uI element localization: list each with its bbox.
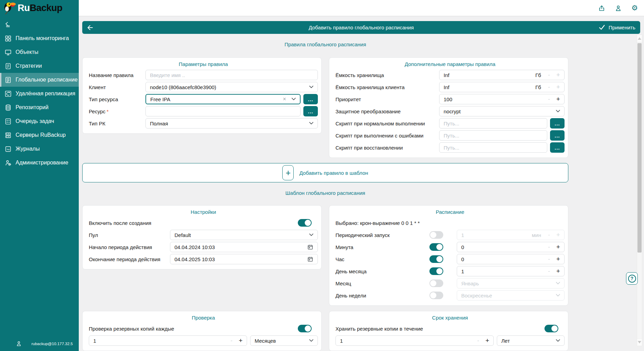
client-capacity-stepper[interactable]: Inf Гб - + <box>439 82 565 92</box>
verify-unit-select[interactable]: Месяцев <box>250 335 318 346</box>
decrement-button[interactable]: - <box>548 72 550 78</box>
calendar-icon[interactable] <box>307 244 313 250</box>
add-rule-to-template-button[interactable]: + Добавить правило в шаблон <box>82 163 568 182</box>
script-err-input[interactable] <box>439 130 547 141</box>
sidebar: RuBackup Панель мониторинга Объекты Стра… <box>0 0 79 351</box>
chevron-down-icon <box>309 86 313 88</box>
decrement-button[interactable]: - <box>548 256 550 263</box>
dashboard-icon <box>4 35 12 42</box>
resource-browse-button[interactable]: ... <box>303 106 318 116</box>
client-capacity-label: Ёмкость хранилища клиента <box>335 84 439 90</box>
user-session[interactable]: rubackup@10.177.32.5 <box>0 336 79 351</box>
account-icon[interactable] <box>614 4 622 12</box>
increment-button[interactable]: + <box>556 243 560 251</box>
day-of-month-toggle[interactable] <box>429 267 443 275</box>
increment-button[interactable]: + <box>556 95 560 103</box>
retention-interval-stepper[interactable]: 1 - + <box>335 335 494 346</box>
resource-type-combobox[interactable]: Free IPA × <box>145 94 301 104</box>
minute-label: Минута <box>335 244 429 250</box>
schedule-panel: Расписание Выбрано: крон-выражение 0 0 1… <box>329 205 568 306</box>
sidebar-item-label: Объекты <box>16 49 38 55</box>
template-section-heading: Шаблон глобального расписания <box>82 190 568 197</box>
increment-button[interactable]: + <box>556 267 560 275</box>
month-toggle[interactable] <box>429 279 443 287</box>
script-restore-input[interactable] <box>439 142 547 153</box>
resource-input[interactable] <box>145 106 301 116</box>
periodic-run-toggle[interactable] <box>429 231 443 239</box>
verify-title: Проверка <box>89 315 318 322</box>
topbar: ⚙ <box>79 0 644 16</box>
resource-type-browse-button[interactable]: ... <box>303 94 318 104</box>
capacity-label: Ёмкость хранилища <box>335 72 439 78</box>
pool-select[interactable]: Default <box>170 230 318 240</box>
sidebar-item-schedule[interactable]: Глобальное расписание <box>0 73 79 87</box>
weekday-toggle[interactable] <box>429 292 443 299</box>
increment-button[interactable]: + <box>239 337 243 344</box>
extra-params-title: Дополнительные параметры правила <box>335 61 565 68</box>
period-end-datetime[interactable]: 04.04.2025 10:03 <box>170 254 318 264</box>
increment-button[interactable]: + <box>556 71 560 79</box>
logo[interactable]: RuBackup <box>0 0 79 16</box>
increment-button[interactable]: + <box>485 337 489 344</box>
script-ok-browse-button[interactable]: ... <box>550 118 565 129</box>
retention-unit-select[interactable]: Лет <box>497 335 565 346</box>
upload-icon[interactable] <box>598 4 605 12</box>
sidebar-item-monitoring[interactable]: Панель мониторинга <box>0 31 79 45</box>
retention-title: Срок хранения <box>335 315 565 322</box>
calendar-icon[interactable] <box>307 256 313 262</box>
clear-selection-icon[interactable]: × <box>283 96 286 102</box>
vertical-scrollbar[interactable] <box>637 35 642 346</box>
period-start-datetime[interactable]: 04.04.2024 10:03 <box>170 242 318 252</box>
database-icon <box>4 104 12 111</box>
increment-button[interactable]: + <box>556 255 560 263</box>
settings-title: Настройки <box>89 209 318 216</box>
scroll-up-button[interactable] <box>637 35 642 42</box>
day-of-month-stepper[interactable]: 1 - + <box>457 266 565 276</box>
decrement-button[interactable]: - <box>548 96 550 103</box>
decrement-button[interactable]: - <box>548 84 550 91</box>
sidebar-item-strategies[interactable]: Стратегии <box>0 59 79 73</box>
day-of-month-label: День месяца <box>335 268 429 274</box>
gear-icon[interactable]: ⚙ <box>631 4 638 12</box>
hour-toggle[interactable] <box>429 255 443 263</box>
minute-stepper[interactable]: 0 - + <box>457 242 565 252</box>
verify-interval-stepper[interactable]: 1 - + <box>89 335 247 346</box>
decrement-button: - <box>548 231 550 238</box>
script-err-browse-button[interactable]: ... <box>550 130 565 141</box>
verify-toggle[interactable] <box>298 325 312 332</box>
rule-name-input[interactable] <box>145 70 318 80</box>
decrement-button[interactable]: - <box>548 268 550 275</box>
priority-stepper[interactable]: 100 - + <box>439 94 565 104</box>
retention-panel: Срок хранения Хранить резервные копии в … <box>329 311 568 351</box>
script-restore-browse-button[interactable]: ... <box>550 142 565 153</box>
backup-type-select[interactable]: Полная <box>145 118 318 129</box>
enable-after-create-toggle[interactable] <box>298 219 312 227</box>
crypto-select[interactable]: nocrypt <box>439 106 565 116</box>
task-queue-icon <box>4 118 12 125</box>
sidebar-item-objects[interactable]: Объекты <box>0 45 79 59</box>
apply-button[interactable]: Применить <box>599 24 635 31</box>
capacity-stepper[interactable]: Inf Гб - + <box>439 70 565 80</box>
sidebar-item-repository[interactable]: Репозиторий <box>0 101 79 114</box>
user-icon <box>16 341 22 347</box>
decrement-button[interactable]: - <box>548 244 550 250</box>
collapse-sidebar-icon[interactable] <box>4 21 11 28</box>
sidebar-item-servers[interactable]: Серверы RuBackup <box>0 128 79 142</box>
client-select[interactable]: node10 (806aacefc80e3900) <box>145 82 318 92</box>
settings-panel: Настройки Включить после создания Пул De… <box>82 205 322 269</box>
hour-stepper[interactable]: 0 - + <box>457 254 565 264</box>
crypto-label: Защитное преобразование <box>335 108 439 114</box>
decrement-button[interactable]: - <box>477 337 479 344</box>
scrollbar-thumb[interactable] <box>637 43 642 253</box>
sidebar-item-admin[interactable]: Администрирование <box>0 156 79 170</box>
minute-toggle[interactable] <box>429 243 443 251</box>
decrement-button[interactable]: - <box>230 337 233 344</box>
help-button[interactable]: ? <box>626 272 638 285</box>
script-ok-input[interactable] <box>439 118 547 129</box>
sidebar-item-logs[interactable]: Журналы <box>0 142 79 156</box>
retention-toggle[interactable] <box>544 325 558 332</box>
scroll-down-button[interactable] <box>637 338 642 346</box>
sidebar-item-replication[interactable]: Удалённая репликация <box>0 87 79 101</box>
sidebar-item-tasks[interactable]: Очередь задач <box>0 114 79 128</box>
increment-button[interactable]: + <box>556 83 560 91</box>
